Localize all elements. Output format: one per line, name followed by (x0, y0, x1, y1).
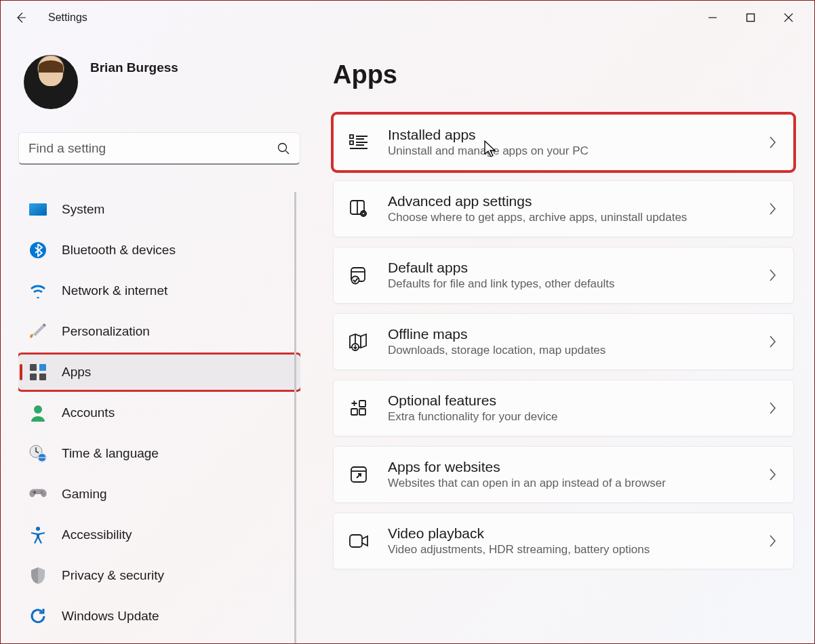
sidebar-item-label: Personalization (62, 324, 150, 339)
chevron-right-icon (768, 334, 777, 349)
card-title: Video playback (388, 525, 749, 542)
apps-icon (29, 363, 47, 381)
svg-point-9 (34, 405, 42, 414)
search-box[interactable] (18, 132, 300, 165)
search-input[interactable] (28, 141, 277, 156)
card-default-apps[interactable]: Default apps Defaults for file and link … (333, 247, 794, 304)
svg-point-13 (43, 494, 45, 496)
chevron-right-icon (768, 201, 777, 216)
sidebar-item-label: Network & internet (62, 283, 167, 298)
card-installed-apps[interactable]: Installed apps Uninstall and manage apps… (333, 114, 794, 171)
system-icon (29, 201, 47, 218)
svg-rect-5 (30, 364, 37, 371)
minimize-button[interactable] (694, 4, 732, 31)
card-subtitle: Choose where to get apps, archive apps, … (388, 211, 749, 224)
card-title: Installed apps (388, 127, 749, 143)
search-icon (277, 142, 290, 155)
card-title: Apps for websites (388, 459, 749, 475)
sidebar-item-apps[interactable]: Apps (18, 355, 300, 390)
website-app-icon (349, 464, 369, 485)
chevron-right-icon (768, 534, 777, 548)
card-subtitle: Websites that can open in an app instead… (388, 477, 749, 490)
sidebar-item-time[interactable]: Time & language (18, 436, 300, 471)
optional-features-icon (349, 398, 369, 418)
sidebar: Brian Burgess System Bluetooth & device (1, 35, 313, 643)
svg-rect-15 (350, 135, 353, 138)
sidebar-item-gaming[interactable]: Gaming (18, 477, 300, 512)
svg-rect-27 (350, 535, 362, 547)
card-title: Default apps (388, 260, 749, 276)
wifi-icon (29, 282, 47, 300)
accessibility-icon (29, 526, 47, 544)
update-icon (29, 607, 47, 625)
svg-rect-6 (39, 364, 46, 371)
card-video-playback[interactable]: Video playback Video adjustments, HDR st… (333, 512, 794, 569)
sidebar-item-system[interactable]: System (18, 192, 300, 227)
chevron-right-icon (768, 401, 777, 416)
list-icon (349, 132, 369, 153)
card-optional-features[interactable]: Optional features Extra functionality fo… (333, 380, 794, 437)
chevron-right-icon (768, 135, 777, 150)
back-button[interactable] (7, 4, 35, 31)
sidebar-item-update[interactable]: Windows Update (18, 599, 300, 634)
svg-point-1 (279, 143, 287, 151)
card-subtitle: Defaults for file and link types, other … (388, 277, 749, 291)
scrollbar[interactable] (294, 192, 296, 643)
sidebar-item-accessibility[interactable]: Accessibility (18, 517, 300, 552)
svg-rect-0 (747, 14, 755, 22)
card-title: Optional features (388, 393, 749, 409)
sidebar-item-label: Accounts (62, 405, 115, 420)
card-title: Advanced app settings (388, 193, 749, 209)
card-offline-maps[interactable]: Offline maps Downloads, storage location… (333, 313, 794, 370)
sidebar-item-label: Bluetooth & devices (62, 243, 176, 258)
default-apps-icon (349, 265, 369, 285)
chevron-right-icon (768, 268, 777, 283)
svg-rect-16 (350, 141, 353, 144)
profile-section[interactable]: Brian Burgess (18, 55, 300, 109)
sidebar-item-label: Time & language (62, 446, 159, 461)
svg-rect-3 (29, 203, 47, 216)
svg-rect-24 (359, 401, 365, 407)
card-subtitle: Uninstall and manage apps on your PC (388, 144, 749, 158)
card-apps-for-websites[interactable]: Apps for websites Websites that can open… (333, 446, 794, 503)
arrow-left-icon (14, 11, 28, 24)
minimize-icon (708, 13, 717, 22)
bluetooth-icon (29, 241, 47, 259)
sidebar-item-label: Windows Update (62, 609, 159, 624)
svg-rect-25 (359, 409, 365, 415)
titlebar: Settings (1, 1, 814, 35)
svg-rect-7 (30, 374, 37, 380)
svg-point-12 (41, 491, 43, 494)
card-advanced-app-settings[interactable]: Advanced app settings Choose where to ge… (333, 180, 794, 237)
app-title: Settings (48, 12, 87, 24)
person-icon (29, 404, 47, 422)
sidebar-item-label: Apps (62, 365, 91, 380)
card-subtitle: Video adjustments, HDR streaming, batter… (388, 543, 749, 557)
paintbrush-icon (29, 323, 47, 340)
app-gear-icon (349, 199, 369, 219)
sidebar-item-personalization[interactable]: Personalization (18, 314, 300, 349)
shield-icon (29, 567, 47, 584)
svg-rect-8 (39, 374, 46, 380)
main-panel: Apps Installed apps Uninstall and manage… (313, 35, 814, 643)
close-icon (784, 13, 793, 22)
avatar (24, 55, 78, 109)
close-button[interactable] (770, 4, 808, 31)
sidebar-item-label: Accessibility (62, 527, 132, 542)
chevron-right-icon (768, 467, 777, 482)
maximize-button[interactable] (732, 4, 770, 31)
gamepad-icon (29, 485, 47, 503)
card-title: Offline maps (388, 326, 749, 342)
window-controls (694, 4, 808, 31)
svg-rect-26 (351, 467, 366, 482)
sidebar-item-network[interactable]: Network & internet (18, 273, 300, 308)
sidebar-item-privacy[interactable]: Privacy & security (18, 558, 300, 593)
svg-point-14 (36, 527, 40, 531)
sidebar-item-accounts[interactable]: Accounts (18, 395, 300, 430)
card-subtitle: Extra functionality for your device (388, 410, 749, 424)
sidebar-item-bluetooth[interactable]: Bluetooth & devices (18, 233, 300, 268)
page-title: Apps (333, 60, 794, 89)
svg-rect-23 (351, 409, 357, 415)
map-icon (349, 331, 369, 352)
video-icon (349, 531, 369, 551)
